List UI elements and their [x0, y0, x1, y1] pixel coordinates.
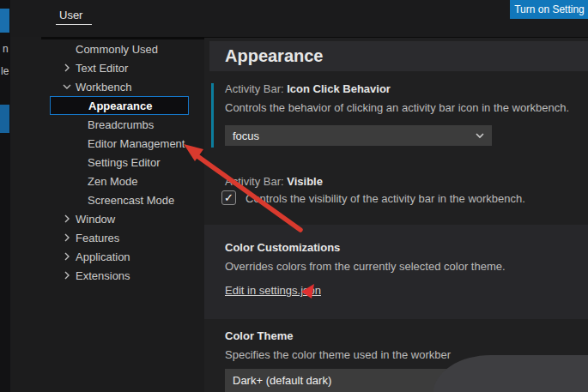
sidebar-item-editor-management[interactable]: Editor Management: [10, 134, 204, 153]
setting-name: Visible: [287, 175, 323, 188]
setting-title-activity-bar-visible: Activity Bar: Visible: [225, 175, 323, 188]
setting-description: Specifies the color theme used in the wo…: [225, 348, 451, 361]
sidebar-item-features[interactable]: Features: [10, 228, 204, 247]
settings-tree: Commonly Used Text Editor Workbench Appe…: [10, 39, 204, 285]
chevron-down-icon: [58, 80, 76, 93]
page-title-bar: Appearance: [209, 41, 588, 71]
sidebar-item-breadcrumbs[interactable]: Breadcrumbs: [10, 115, 204, 134]
sidebar-item-extensions[interactable]: Extensions: [10, 266, 204, 285]
sidebar-item-workbench[interactable]: Workbench: [10, 77, 204, 96]
activity-bar-visible-checkbox[interactable]: ✓: [221, 190, 236, 205]
setting-category-prefix: Activity Bar:: [225, 175, 287, 188]
sidebar-item-screencast-mode[interactable]: Screencast Mode: [10, 190, 204, 209]
chevron-right-icon: [58, 250, 76, 263]
setting-description: Overrides colors from the currently sele…: [225, 260, 506, 273]
sidebar-item-label: Zen Mode: [88, 175, 138, 188]
sidebar-item-zen-mode[interactable]: Zen Mode: [10, 172, 204, 190]
dropdown-value: focus: [233, 130, 476, 142]
setting-name: Color Theme: [225, 329, 293, 342]
sidebar-item-text-editor[interactable]: Text Editor: [10, 58, 204, 77]
setting-description: Controls the visibility of the activity …: [246, 192, 525, 205]
edit-in-settings-json-link[interactable]: Edit in settings.json: [225, 284, 321, 297]
setting-title-color-theme: Color Theme: [225, 329, 293, 342]
chevron-right-icon: [58, 268, 76, 282]
sidebar-item-label: Application: [76, 250, 130, 263]
blue-block-fragment: [0, 105, 9, 133]
sidebar-item-label: Commonly Used: [76, 43, 158, 56]
setting-description: Controls the behavior of clicking an act…: [225, 101, 569, 114]
active-tab-underline: [56, 24, 92, 25]
sidebar-item-label: Text Editor: [76, 62, 128, 75]
turn-on-settings-sync-button[interactable]: Turn on Setting: [510, 0, 588, 19]
setting-title-color-customizations: Color Customizations: [225, 241, 340, 254]
settings-main-panel: Appearance Activity Bar: Icon Click Beha…: [204, 38, 588, 392]
sidebar-item-label: Workbench: [76, 81, 132, 93]
sidebar-item-window[interactable]: Window: [10, 209, 204, 228]
setting-name: Icon Click Behavior: [287, 82, 391, 95]
sidebar-item-label: Breadcrumbs: [88, 118, 154, 131]
sidebar-item-settings-editor[interactable]: Settings Editor: [10, 153, 204, 172]
sidebar-item-label: Features: [76, 232, 119, 244]
setting-category-prefix: Activity Bar:: [225, 82, 287, 95]
icon-click-behavior-dropdown[interactable]: focus: [225, 125, 492, 146]
sidebar-item-label: Extensions: [76, 269, 130, 282]
left-edge-window-sliver: n le: [0, 0, 10, 392]
page-title: Appearance: [225, 46, 324, 66]
sidebar-item-label: Screencast Mode: [88, 194, 174, 207]
vscode-settings-window: n le User Turn on Setting Commonly Used …: [0, 0, 588, 392]
sidebar-item-label: Appearance: [88, 100, 152, 112]
sidebar-item-label: Settings Editor: [88, 156, 161, 169]
sidebar-item-commonly-used[interactable]: Commonly Used: [10, 39, 204, 58]
chevron-down-icon: [476, 133, 484, 139]
chevron-right-icon: [58, 61, 76, 75]
check-icon: ✓: [224, 191, 233, 204]
chevron-right-icon: [58, 231, 76, 244]
sidebar-item-application[interactable]: Application: [10, 247, 204, 266]
settings-tab-bar: User: [10, 0, 588, 37]
sidebar-item-appearance[interactable]: Appearance: [50, 96, 189, 115]
setting-title-icon-click-behavior: Activity Bar: Icon Click Behavior: [225, 82, 391, 95]
modified-setting-indicator: [211, 83, 214, 148]
tab-user[interactable]: User: [49, 3, 93, 26]
text-fragment: le: [1, 65, 9, 77]
sidebar-item-label: Window: [76, 213, 115, 226]
blue-block-fragment: [0, 9, 9, 33]
setting-name: Color Customizations: [225, 241, 340, 254]
text-fragment: n: [3, 43, 9, 55]
sidebar-item-label: Editor Management: [88, 137, 185, 150]
overlay-window-corner: [433, 355, 588, 392]
chevron-right-icon: [58, 212, 76, 226]
